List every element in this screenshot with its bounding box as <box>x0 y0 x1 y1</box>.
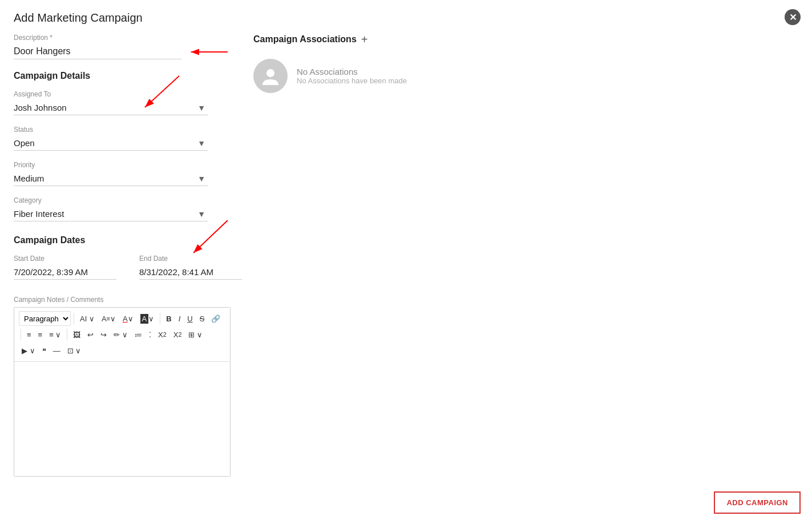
toolbar-image-btn[interactable]: 🖼 <box>70 327 83 342</box>
no-associations-container: No Associations No Associations have bee… <box>253 59 798 93</box>
editor-container: Paragraph AI ∨ A≡ ∨ A ∨ A ∨ B I U S 🔗 <box>14 307 231 477</box>
category-wrapper: Fiber Interest ▼ <box>14 207 208 221</box>
category-label: Category <box>14 196 231 204</box>
end-date-input[interactable] <box>139 265 242 280</box>
notes-section: Campaign Notes / Comments Paragraph AI ∨… <box>14 296 231 477</box>
toolbar-bold-btn[interactable]: B <box>163 311 174 326</box>
toolbar-table-btn[interactable]: ⊞ ∨ <box>185 327 205 342</box>
svg-line-3 <box>145 76 179 107</box>
assigned-to-label: Assigned To <box>14 90 231 98</box>
toolbar-underline-btn[interactable]: U <box>184 311 195 326</box>
start-date-input[interactable] <box>14 265 116 280</box>
description-input[interactable] <box>14 44 181 59</box>
toolbar-superscript-btn[interactable]: X2 <box>171 327 185 342</box>
no-associations-text-container: No Associations No Associations have bee… <box>297 67 407 85</box>
toolbar-align-center-btn[interactable]: ≡ <box>35 327 46 342</box>
toolbar-quote-btn[interactable]: ❝ <box>39 343 49 358</box>
end-date-field: End Date <box>139 255 242 280</box>
editor-toolbar: Paragraph AI ∨ A≡ ∨ A ∨ A ∨ B I U S 🔗 <box>14 308 230 362</box>
end-date-arrow-icon <box>185 217 231 257</box>
toolbar-font-color-btn[interactable]: A ∨ <box>120 311 136 326</box>
status-label: Status <box>14 126 231 134</box>
associations-header: Campaign Associations + <box>253 34 798 45</box>
person-icon <box>260 66 281 86</box>
svg-line-5 <box>193 220 228 253</box>
toolbar-sep-4 <box>67 329 67 340</box>
description-arrow-icon <box>188 46 231 58</box>
toolbar-ordered-list-btn[interactable]: ⁚ <box>146 327 154 342</box>
category-select[interactable]: Fiber Interest <box>14 207 208 221</box>
toolbar-font-size-btn[interactable]: A≡ ∨ <box>99 311 119 326</box>
add-campaign-button[interactable]: ADD CAMPAIGN <box>714 491 801 514</box>
toolbar-align-left-btn[interactable]: ≡ <box>24 327 34 342</box>
associations-title: Campaign Associations <box>253 34 357 45</box>
priority-label: Priority <box>14 161 231 169</box>
toolbar-ai-btn[interactable]: AI ∨ <box>77 311 98 326</box>
toolbar-special-btn[interactable]: ⊡ ∨ <box>64 343 84 358</box>
avatar-placeholder <box>253 59 288 93</box>
left-panel: Description * Campaign <box>14 34 231 477</box>
campaign-dates-section: Campaign Dates Start Date End Date <box>14 235 231 280</box>
toolbar-highlight-btn[interactable]: A ∨ <box>138 311 157 326</box>
toolbar-media-btn[interactable]: ▶ ∨ <box>19 343 38 358</box>
priority-wrapper: Medium ▼ <box>14 171 208 186</box>
status-group: Status Open ▼ <box>14 126 231 151</box>
close-button[interactable]: ✕ <box>785 9 801 25</box>
toolbar-undo-btn[interactable]: ↩ <box>84 327 96 342</box>
page-container: ✕ Add Marketing Campaign Description * <box>0 0 812 524</box>
toolbar-link-btn[interactable]: 🔗 <box>208 311 223 326</box>
right-panel: Campaign Associations + No Associations … <box>253 34 798 477</box>
priority-select[interactable]: Medium <box>14 171 208 186</box>
start-date-label: Start Date <box>14 255 116 263</box>
status-select[interactable]: Open <box>14 136 208 151</box>
toolbar-align-right-btn[interactable]: ≡ ∨ <box>46 327 64 342</box>
notes-label: Campaign Notes / Comments <box>14 296 231 304</box>
toolbar-sep-2 <box>160 313 160 324</box>
priority-group: Priority Medium ▼ <box>14 161 231 186</box>
toolbar-sep-1 <box>74 313 74 324</box>
add-association-button[interactable]: + <box>361 34 368 45</box>
paragraph-select[interactable]: Paragraph <box>19 311 71 326</box>
description-label: Description * <box>14 34 231 42</box>
status-wrapper: Open ▼ <box>14 136 208 151</box>
campaign-details-section: Campaign Details Assigned To Josh Johnso… <box>14 71 231 221</box>
main-layout: Description * Campaign <box>14 34 798 477</box>
toolbar-hr-btn[interactable]: — <box>50 343 63 358</box>
toolbar-italic-btn[interactable]: I <box>176 311 184 326</box>
description-field-group: Description * <box>14 34 231 59</box>
assigned-arrow-icon <box>139 73 185 113</box>
svg-point-6 <box>266 69 274 77</box>
no-associations-title: No Associations <box>297 67 407 76</box>
editor-content-area[interactable] <box>14 362 230 476</box>
page-title: Add Marketing Campaign <box>14 11 798 25</box>
toolbar-strikethrough-btn[interactable]: S <box>197 311 208 326</box>
toolbar-redo-btn[interactable]: ↪ <box>98 327 110 342</box>
toolbar-pencil-btn[interactable]: ✏ ∨ <box>111 327 131 342</box>
close-icon: ✕ <box>789 12 797 23</box>
campaign-details-title: Campaign Details <box>14 71 231 81</box>
toolbar-subscript-btn[interactable]: X2 <box>155 327 169 342</box>
toolbar-bullet-list-btn[interactable]: ≔ <box>132 327 145 342</box>
assigned-to-group: Assigned To Josh Johnson ▼ <box>14 90 231 115</box>
start-date-field: Start Date <box>14 255 116 280</box>
toolbar-sep-3 <box>21 329 21 340</box>
no-associations-description: No Associations have been made <box>297 76 407 85</box>
add-campaign-label: ADD CAMPAIGN <box>726 498 788 507</box>
dates-row: Start Date End Date <box>14 255 231 280</box>
